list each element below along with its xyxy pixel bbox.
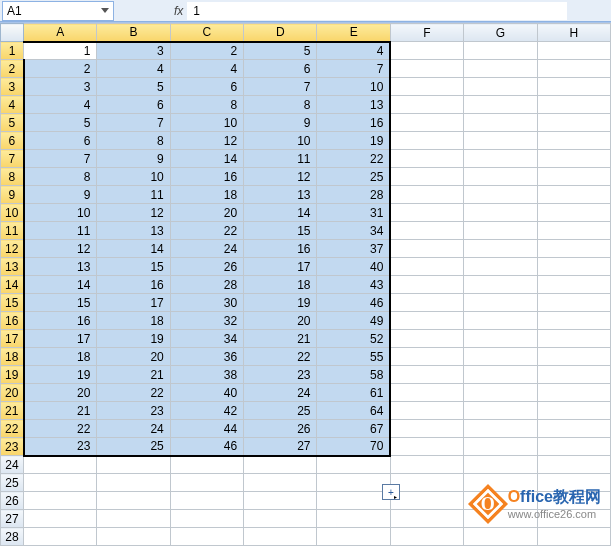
cell[interactable]	[390, 420, 463, 438]
cell[interactable]	[390, 132, 463, 150]
cell[interactable]	[390, 150, 463, 168]
cell[interactable]	[464, 276, 537, 294]
cell[interactable]: 24	[244, 384, 317, 402]
cell[interactable]	[537, 294, 610, 312]
cell[interactable]: 16	[97, 276, 170, 294]
cell[interactable]	[464, 528, 537, 546]
cell[interactable]	[464, 168, 537, 186]
cell[interactable]: 21	[24, 402, 97, 420]
cell[interactable]	[390, 510, 463, 528]
cell[interactable]: 11	[244, 150, 317, 168]
column-header[interactable]: B	[97, 24, 170, 42]
cell[interactable]	[390, 474, 463, 492]
row-header[interactable]: 14	[1, 276, 24, 294]
cell[interactable]	[97, 456, 170, 474]
cell[interactable]	[317, 528, 390, 546]
cell[interactable]	[244, 492, 317, 510]
cell[interactable]	[464, 330, 537, 348]
cell[interactable]: 8	[97, 132, 170, 150]
row-header[interactable]: 15	[1, 294, 24, 312]
cell[interactable]	[317, 492, 390, 510]
cell[interactable]	[464, 42, 537, 60]
cell[interactable]	[537, 132, 610, 150]
cell[interactable]: 26	[244, 420, 317, 438]
cell[interactable]: 20	[24, 384, 97, 402]
cell[interactable]	[464, 312, 537, 330]
spreadsheet-grid[interactable]: ABCDEFGH 1132542244673356710446881355710…	[0, 22, 611, 546]
cell[interactable]	[97, 510, 170, 528]
cell[interactable]: 14	[24, 276, 97, 294]
cell[interactable]	[97, 492, 170, 510]
row-header[interactable]: 11	[1, 222, 24, 240]
cell[interactable]	[390, 384, 463, 402]
cell[interactable]	[464, 78, 537, 96]
cell[interactable]: 5	[97, 78, 170, 96]
cell[interactable]	[390, 528, 463, 546]
cell[interactable]: 46	[170, 438, 243, 456]
cell[interactable]	[24, 456, 97, 474]
row-header[interactable]: 26	[1, 492, 24, 510]
cell[interactable]: 31	[317, 204, 390, 222]
cell[interactable]	[317, 474, 390, 492]
cell[interactable]	[537, 42, 610, 60]
row-header[interactable]: 19	[1, 366, 24, 384]
cell[interactable]	[390, 168, 463, 186]
cell[interactable]: 8	[170, 96, 243, 114]
cell[interactable]: 4	[97, 60, 170, 78]
cell[interactable]	[24, 528, 97, 546]
row-header[interactable]: 20	[1, 384, 24, 402]
cell[interactable]	[170, 474, 243, 492]
cell[interactable]	[390, 42, 463, 60]
cell[interactable]: 26	[170, 258, 243, 276]
cell[interactable]: 7	[244, 78, 317, 96]
cell[interactable]	[464, 114, 537, 132]
cell[interactable]	[24, 474, 97, 492]
row-header[interactable]: 2	[1, 60, 24, 78]
cell[interactable]: 6	[97, 96, 170, 114]
row-header[interactable]: 18	[1, 348, 24, 366]
cell[interactable]	[244, 510, 317, 528]
row-header[interactable]: 25	[1, 474, 24, 492]
cell[interactable]	[464, 384, 537, 402]
cell[interactable]	[170, 528, 243, 546]
cell[interactable]	[390, 276, 463, 294]
cell[interactable]	[464, 366, 537, 384]
cell[interactable]: 5	[244, 42, 317, 60]
cell[interactable]	[390, 348, 463, 366]
cell[interactable]: 46	[317, 294, 390, 312]
cell[interactable]	[390, 114, 463, 132]
cell[interactable]	[537, 240, 610, 258]
cell[interactable]: 7	[24, 150, 97, 168]
cell[interactable]	[464, 294, 537, 312]
cell[interactable]	[390, 366, 463, 384]
cell[interactable]: 44	[170, 420, 243, 438]
cell[interactable]: 18	[24, 348, 97, 366]
cell[interactable]	[537, 402, 610, 420]
cell[interactable]	[464, 258, 537, 276]
cell[interactable]: 15	[24, 294, 97, 312]
cell[interactable]: 8	[244, 96, 317, 114]
cell[interactable]	[390, 438, 463, 456]
cell[interactable]	[464, 348, 537, 366]
cell[interactable]: 16	[24, 312, 97, 330]
cell[interactable]	[537, 348, 610, 366]
cell[interactable]: 20	[244, 312, 317, 330]
cell[interactable]	[464, 222, 537, 240]
cell[interactable]	[390, 222, 463, 240]
cell[interactable]: 10	[170, 114, 243, 132]
select-all-corner[interactable]	[1, 24, 24, 42]
cell[interactable]: 8	[24, 168, 97, 186]
cell[interactable]	[537, 204, 610, 222]
cell[interactable]	[464, 96, 537, 114]
cell[interactable]: 49	[317, 312, 390, 330]
cell[interactable]	[24, 492, 97, 510]
cell[interactable]	[244, 456, 317, 474]
cell[interactable]	[390, 294, 463, 312]
cell[interactable]	[97, 528, 170, 546]
cell[interactable]	[537, 222, 610, 240]
cell[interactable]: 10	[317, 78, 390, 96]
column-header[interactable]: A	[24, 24, 97, 42]
cell[interactable]: 19	[317, 132, 390, 150]
cell[interactable]: 37	[317, 240, 390, 258]
autofill-options-icon[interactable]: +	[382, 484, 400, 500]
